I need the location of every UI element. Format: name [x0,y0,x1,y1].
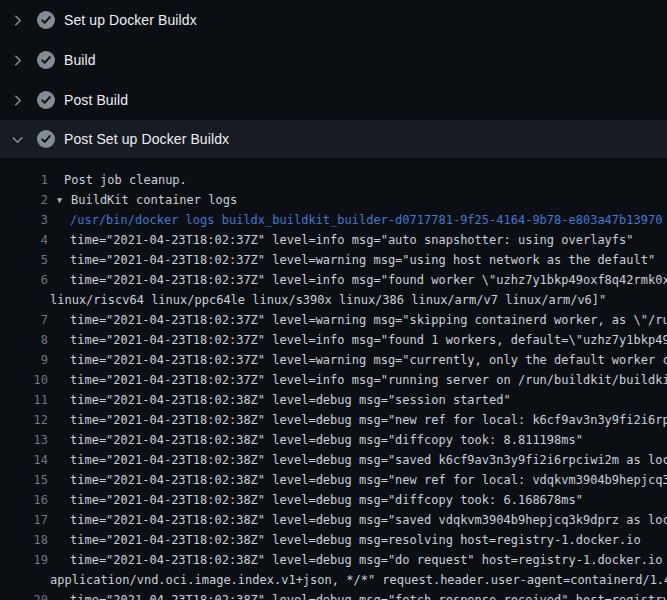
log-line-number[interactable]: 4 [0,230,48,250]
log-line-text: time="2021-04-23T18:02:37Z" level=warnin… [48,310,667,330]
log-line-text: time="2021-04-23T18:02:37Z" level=info m… [48,370,667,390]
log-line: 5 time="2021-04-23T18:02:37Z" level=warn… [0,250,667,270]
log-line-text: time="2021-04-23T18:02:38Z" level=debug … [48,490,583,510]
step-header[interactable]: Set up Docker Buildx [0,0,667,40]
chevron-right-icon[interactable] [11,94,24,107]
step-title: Post Build [64,92,128,108]
log-line: 16 time="2021-04-23T18:02:38Z" level=deb… [0,490,667,510]
chevron-right-icon[interactable] [11,54,24,67]
log-line: 6 time="2021-04-23T18:02:37Z" level=info… [0,270,667,290]
step-title: Post Set up Docker Buildx [64,131,229,147]
log-line-number [0,570,48,590]
group-toggle-icon[interactable]: ▼ [57,190,67,210]
log-line-number[interactable]: 16 [0,490,48,510]
chevron-right-icon[interactable] [11,14,24,27]
log-line: 1 Post job cleanup. [0,170,667,190]
log-line-number[interactable]: 1 [0,170,48,190]
log-line: 20 time="2021-04-23T18:02:38Z" level=deb… [0,590,667,600]
log-line-number[interactable]: 10 [0,370,48,390]
log-line-text: time="2021-04-23T18:02:38Z" level=debug … [48,430,583,450]
log-line-number[interactable]: 3 [0,210,48,230]
log-container: 1 Post job cleanup. 2 ▼BuildKit containe… [0,158,667,600]
log-line-text: time="2021-04-23T18:02:38Z" level=debug … [48,450,667,470]
log-line-text: time="2021-04-23T18:02:37Z" level=warnin… [48,350,667,370]
log-line: 18 time="2021-04-23T18:02:38Z" level=deb… [0,530,667,550]
log-line-command: 3 /usr/bin/docker logs buildx_buildkit_b… [0,210,667,230]
log-line: 19 time="2021-04-23T18:02:38Z" level=deb… [0,550,667,570]
log-line-number[interactable]: 13 [0,430,48,450]
group-title[interactable]: BuildKit container logs [71,193,237,207]
log-line: 12 time="2021-04-23T18:02:38Z" level=deb… [0,410,667,430]
log-line-group-header: 2 ▼BuildKit container logs [0,190,667,210]
log-line-number[interactable]: 6 [0,270,48,290]
log-line-text: time="2021-04-23T18:02:37Z" level=info m… [48,230,634,250]
steps-list: Set up Docker Buildx Build Post Build [0,0,667,158]
log-line-text: time="2021-04-23T18:02:38Z" level=debug … [48,470,667,490]
log-line-text: Post job cleanup. [48,170,187,190]
log-line-text: time="2021-04-23T18:02:38Z" level=debug … [48,510,667,530]
log-line: 11 time="2021-04-23T18:02:38Z" level=deb… [0,390,667,410]
log-line-number[interactable]: 15 [0,470,48,490]
log-line-text: /usr/bin/docker logs buildx_buildkit_bui… [48,210,662,230]
log-line-number[interactable]: 20 [0,590,48,600]
log-line-text: linux/riscv64 linux/ppc64le linux/s390x … [48,290,606,310]
log-line-number[interactable]: 12 [0,410,48,430]
log-line-number[interactable]: 9 [0,350,48,370]
log-line-number[interactable]: 17 [0,510,48,530]
log-line-text: time="2021-04-23T18:02:38Z" level=debug … [48,550,667,570]
log-line-text: time="2021-04-23T18:02:38Z" level=debug … [48,530,641,550]
log-line: 15 time="2021-04-23T18:02:38Z" level=deb… [0,470,667,490]
check-circle-icon [37,51,55,69]
log-line: 4 time="2021-04-23T18:02:37Z" level=info… [0,230,667,250]
log-line-text: time="2021-04-23T18:02:38Z" level=debug … [48,410,667,430]
log-line-number[interactable]: 11 [0,390,48,410]
log-line: 7 time="2021-04-23T18:02:37Z" level=warn… [0,310,667,330]
log-line: 14 time="2021-04-23T18:02:38Z" level=deb… [0,450,667,470]
log-line-text: time="2021-04-23T18:02:37Z" level=warnin… [48,250,655,270]
step-header[interactable]: Build [0,40,667,80]
log-line-number[interactable]: 5 [0,250,48,270]
log-line-text: time="2021-04-23T18:02:38Z" level=debug … [48,590,667,600]
log-line-number[interactable]: 14 [0,450,48,470]
log-line-text: time="2021-04-23T18:02:38Z" level=debug … [48,390,511,410]
log-line-number[interactable]: 19 [0,550,48,570]
step-header-expanded[interactable]: Post Set up Docker Buildx [0,120,667,158]
log-line-number[interactable]: 8 [0,330,48,350]
step-title: Build [64,52,96,68]
check-circle-icon [37,91,55,109]
log-line-number[interactable]: 7 [0,310,48,330]
log-line-number[interactable]: 18 [0,530,48,550]
log-line: 9 time="2021-04-23T18:02:37Z" level=warn… [0,350,667,370]
step-title: Set up Docker Buildx [64,12,197,28]
log-line-text: application/vnd.oci.image.index.v1+json,… [48,570,667,590]
log-line-text: ▼BuildKit container logs [48,190,237,210]
log-line: application/vnd.oci.image.index.v1+json,… [0,570,667,590]
log-line-number [0,290,48,310]
check-circle-icon [37,11,55,29]
log-line: 8 time="2021-04-23T18:02:37Z" level=info… [0,330,667,350]
chevron-down-icon[interactable] [11,133,24,146]
log-line: 10 time="2021-04-23T18:02:37Z" level=inf… [0,370,667,390]
log-line-number[interactable]: 2 [0,190,48,210]
log-line: 13 time="2021-04-23T18:02:38Z" level=deb… [0,430,667,450]
log-line-text: time="2021-04-23T18:02:37Z" level=info m… [48,330,667,350]
log-line-text: time="2021-04-23T18:02:37Z" level=info m… [48,270,667,290]
check-circle-icon [37,130,55,148]
step-header[interactable]: Post Build [0,80,667,120]
log-line: 17 time="2021-04-23T18:02:38Z" level=deb… [0,510,667,530]
log-line: linux/riscv64 linux/ppc64le linux/s390x … [0,290,667,310]
